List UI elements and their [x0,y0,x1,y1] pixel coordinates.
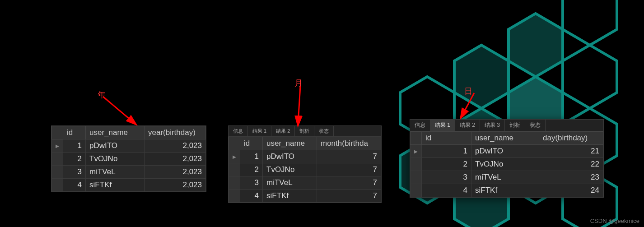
cell-month[interactable]: 7 [317,176,381,190]
result-panel-month: 信息 结果 1 结果 2 剖析 状态 id user_name month(bi… [228,125,382,203]
tab-profile[interactable]: 剖析 [505,120,525,131]
table-row[interactable]: 3 miTVeL 7 [229,176,381,190]
col-id[interactable]: id [63,126,86,139]
cell-user-name[interactable]: miTVeL [263,176,317,190]
row-selector[interactable] [52,166,63,179]
table-body-month: ▶ 1 pDwITO 7 2 TvOJNo 7 3 miTVeL 7 4 siF… [229,150,381,203]
row-selector-icon[interactable]: ▶ [229,150,240,163]
table-row[interactable]: 4 siFTKf 24 [411,184,603,197]
tab-status[interactable]: 状态 [525,120,546,131]
watermark: CSDN @geekmice [590,218,639,224]
cell-day[interactable]: 24 [539,184,603,197]
tabs-bar-day: 信息 结果 1 结果 2 结果 3 剖析 状态 [410,120,603,131]
table-row[interactable]: ▶ 1 pDwITO 2,023 [52,139,206,153]
cell-user-name[interactable]: pDwITO [471,145,539,158]
cell-user-name[interactable]: siFTKf [86,179,145,192]
arrow-month [289,83,316,128]
cell-year[interactable]: 2,023 [145,139,206,153]
tab-info[interactable]: 信息 [410,120,430,131]
cell-user-name[interactable]: miTVeL [86,166,145,179]
table-row[interactable]: 2 TvOJNo 7 [229,163,381,176]
table-row[interactable]: 4 siFTKf 7 [229,190,381,203]
col-year[interactable]: year(birthday) [145,126,206,139]
svg-line-2 [298,86,300,124]
result-table-day: id user_name day(birthday) ▶ 1 pDwITO 21… [410,131,603,197]
row-selector-icon[interactable]: ▶ [52,139,63,153]
row-selector[interactable] [411,184,422,197]
cell-day[interactable]: 23 [539,171,603,184]
table-row[interactable]: 3 miTVeL 23 [411,171,603,184]
cell-id[interactable]: 1 [63,139,86,153]
table-row[interactable]: 2 TvOJNo 22 [411,158,603,171]
row-selector[interactable] [52,153,63,166]
table-row[interactable]: 2 TvOJNo 2,023 [52,153,206,166]
row-selector-header [411,132,422,145]
cell-id[interactable]: 1 [422,145,471,158]
cell-id[interactable]: 3 [240,176,263,190]
table-row[interactable]: 3 miTVeL 2,023 [52,166,206,179]
cell-id[interactable]: 3 [63,166,86,179]
cell-user-name[interactable]: TvOJNo [471,158,539,171]
tab-info[interactable]: 信息 [229,126,248,136]
cell-day[interactable]: 22 [539,158,603,171]
cell-id[interactable]: 1 [240,150,263,163]
cell-year[interactable]: 2,023 [145,153,206,166]
table-row[interactable]: ▶ 1 pDwITO 21 [411,145,603,158]
cell-user-name[interactable]: miTVeL [471,171,539,184]
cell-id[interactable]: 4 [422,184,471,197]
cell-day[interactable]: 21 [539,145,603,158]
svg-line-1 [103,97,135,123]
result-panel-year: id user_name year(birthday) ▶ 1 pDwITO 2… [51,125,206,192]
result-table-year: id user_name year(birthday) ▶ 1 pDwITO 2… [51,126,206,192]
row-selector[interactable] [52,179,63,192]
annotation-month: 月 [294,78,303,88]
tab-result-1[interactable]: 结果 1 [430,120,455,131]
table-body-year: ▶ 1 pDwITO 2,023 2 TvOJNo 2,023 3 miTVeL… [52,139,206,192]
table-row[interactable]: ▶ 1 pDwITO 7 [229,150,381,163]
col-user-name[interactable]: user_name [263,137,317,150]
table-body-day: ▶ 1 pDwITO 21 2 TvOJNo 22 3 miTVeL 23 4 … [411,145,603,197]
table-row[interactable]: 4 siFTKf 2,023 [52,179,206,192]
col-month[interactable]: month(birthda [317,137,381,150]
cell-user-name[interactable]: TvOJNo [263,163,317,176]
tab-result-3[interactable]: 结果 3 [480,120,505,131]
col-id[interactable]: id [240,137,263,150]
table-header-row: id user_name month(birthda [229,137,381,150]
row-selector-header [52,126,63,139]
cell-month[interactable]: 7 [317,190,381,203]
row-selector-header [229,137,240,150]
result-table-month: id user_name month(birthda ▶ 1 pDwITO 7 … [229,137,381,203]
annotation-day: 日 [464,86,472,97]
col-id[interactable]: id [422,132,471,145]
cell-user-name[interactable]: pDwITO [86,139,145,153]
cell-month[interactable]: 7 [317,150,381,163]
row-selector[interactable] [229,176,240,190]
row-selector[interactable] [411,158,422,171]
cell-id[interactable]: 4 [240,190,263,203]
row-selector[interactable] [229,163,240,176]
cell-month[interactable]: 7 [317,163,381,176]
cell-id[interactable]: 4 [63,179,86,192]
cell-id[interactable]: 3 [422,171,471,184]
cell-year[interactable]: 2,023 [145,179,206,192]
cell-user-name[interactable]: siFTKf [263,190,317,203]
cell-user-name[interactable]: pDwITO [263,150,317,163]
cell-user-name[interactable]: siFTKf [471,184,539,197]
table-header-row: id user_name day(birthday) [411,132,603,145]
result-panel-day: 信息 结果 1 结果 2 结果 3 剖析 状态 id user_name day… [410,119,604,198]
col-day[interactable]: day(birthday) [539,132,603,145]
cell-id[interactable]: 2 [422,158,471,171]
row-selector[interactable] [229,190,240,203]
cell-id[interactable]: 2 [240,163,263,176]
annotation-year: 年 [98,89,106,100]
tab-status[interactable]: 状态 [314,126,334,136]
tab-result-1[interactable]: 结果 1 [248,126,271,136]
cell-year[interactable]: 2,023 [145,166,206,179]
row-selector-icon[interactable]: ▶ [411,145,422,158]
col-user-name[interactable]: user_name [471,132,539,145]
row-selector[interactable] [411,171,422,184]
cell-id[interactable]: 2 [63,153,86,166]
cell-user-name[interactable]: TvOJNo [86,153,145,166]
